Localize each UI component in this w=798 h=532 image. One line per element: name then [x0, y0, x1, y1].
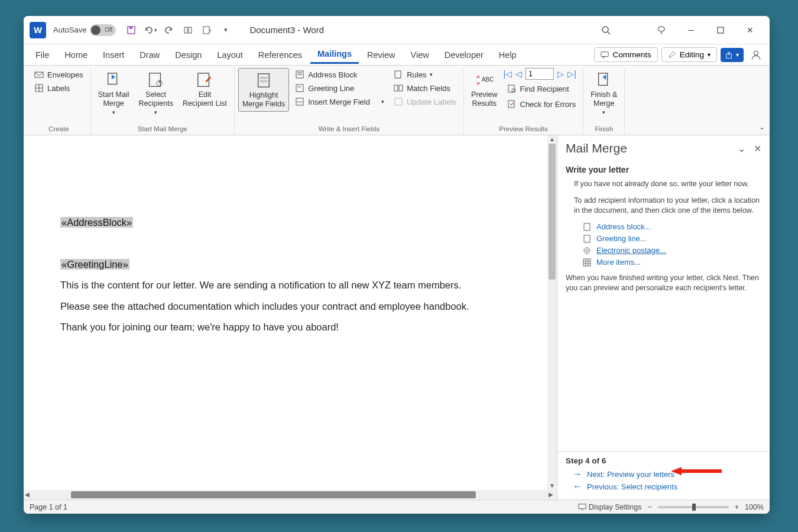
- tab-view[interactable]: View: [404, 47, 436, 63]
- save-icon[interactable]: [122, 21, 141, 40]
- electronic-postage-link[interactable]: Electronic postage...: [582, 246, 761, 255]
- app-window: W AutoSave Off ▾ ▾ Document3 - Word ─ ✕ …: [24, 16, 770, 514]
- wizard-next-link[interactable]: → Next: Preview your letters: [573, 469, 761, 479]
- zoom-slider[interactable]: [658, 506, 729, 508]
- match-fields-button[interactable]: Match Fields: [390, 82, 460, 95]
- address-block-button[interactable]: Address Block: [291, 68, 388, 81]
- tab-file[interactable]: File: [28, 47, 56, 63]
- envelopes-button[interactable]: Envelopes: [31, 68, 87, 81]
- svg-rect-7: [718, 27, 724, 33]
- autosave-control[interactable]: AutoSave Off: [53, 24, 116, 36]
- tab-draw[interactable]: Draw: [132, 47, 167, 63]
- toggle-knob: [91, 25, 100, 35]
- body-para-2[interactable]: Please see the attached documentation wh…: [60, 296, 501, 317]
- svg-rect-26: [296, 85, 303, 92]
- svg-rect-3: [189, 27, 192, 33]
- ribbon-group-preview-results: « »ABCPreview Results |◁ ◁ ▷ ▷| Find Rec…: [464, 68, 583, 135]
- step-indicator: Step 4 of 6: [566, 456, 761, 465]
- search-icon[interactable]: [592, 21, 619, 40]
- tab-mailings[interactable]: Mailings: [310, 46, 359, 64]
- comments-button[interactable]: Comments: [594, 47, 657, 62]
- start-mail-merge-button[interactable]: Start Mail Merge ▾: [95, 68, 133, 118]
- task-pane-header: Mail Merge ⌄ ✕: [557, 135, 770, 161]
- svg-rect-2: [184, 27, 187, 33]
- highlight-merge-fields-button[interactable]: Highlight Merge Fields: [238, 68, 289, 112]
- scroll-right-icon[interactable]: ▶: [549, 491, 556, 498]
- tab-references[interactable]: References: [251, 47, 309, 63]
- hscroll-thumb[interactable]: [71, 491, 476, 498]
- start-mail-merge-icon: [104, 70, 123, 89]
- page-indicator[interactable]: Page 1 of 1: [30, 503, 67, 511]
- group-label-preview: Preview Results: [499, 124, 547, 135]
- finish-merge-button[interactable]: Finish & Merge ▾: [587, 68, 621, 118]
- account-icon[interactable]: [747, 46, 765, 64]
- minimize-button[interactable]: ─: [677, 21, 705, 40]
- greeting-line-button[interactable]: Greeting Line: [291, 82, 388, 95]
- tab-layout[interactable]: Layout: [210, 47, 250, 63]
- wizard-prev-link[interactable]: ← Previous: Select recipients: [573, 481, 761, 492]
- collapse-ribbon-icon[interactable]: ⌄: [759, 123, 765, 131]
- check-errors-button[interactable]: Check for Errors: [504, 98, 580, 111]
- labels-button[interactable]: Labels: [31, 82, 87, 95]
- next-record-icon[interactable]: ▷: [557, 69, 564, 79]
- ribbon-group-write-insert: Highlight Merge Fields Address Block Gre…: [235, 68, 464, 135]
- share-button[interactable]: ▾: [721, 48, 744, 62]
- zoom-in-button[interactable]: +: [735, 503, 739, 511]
- record-number-input[interactable]: [525, 68, 554, 80]
- task-pane-dropdown-icon[interactable]: ⌄: [738, 143, 745, 154]
- tab-developer[interactable]: Developer: [437, 47, 491, 63]
- editing-mode-button[interactable]: Editing ▾: [661, 47, 717, 62]
- merge-field-greetingline[interactable]: «GreetingLine»: [60, 259, 129, 270]
- tab-help[interactable]: Help: [492, 47, 524, 63]
- select-recipients-button[interactable]: Select Recipients ▾: [135, 68, 177, 118]
- redo-icon[interactable]: [160, 21, 179, 40]
- zoom-out-button[interactable]: −: [647, 503, 651, 511]
- body-para-1[interactable]: This is the content for our letter. We a…: [60, 275, 501, 296]
- vertical-scrollbar[interactable]: ▲ ▼: [547, 135, 557, 490]
- svg-rect-21: [260, 77, 268, 79]
- qat-btn-1[interactable]: [179, 21, 197, 40]
- edit-recipient-list-button[interactable]: Edit Recipient List: [179, 68, 231, 111]
- last-record-icon[interactable]: ▷|: [567, 69, 576, 79]
- lightbulb-icon[interactable]: [648, 21, 675, 40]
- grid-icon: [582, 258, 592, 267]
- scroll-left-icon[interactable]: ◀: [25, 491, 32, 498]
- scroll-up-icon[interactable]: ▲: [549, 136, 556, 143]
- vscroll-thumb[interactable]: [549, 144, 556, 280]
- prev-record-icon[interactable]: ◁: [515, 69, 522, 79]
- maximize-button[interactable]: [707, 21, 734, 40]
- svg-rect-36: [508, 100, 514, 108]
- group-label-create: Create: [48, 124, 69, 135]
- insert-merge-field-button[interactable]: «»Insert Merge Field ▾: [291, 95, 388, 108]
- first-record-icon[interactable]: |◁: [504, 69, 512, 79]
- body-para-3[interactable]: Thank you for joining our team; we're ha…: [60, 317, 501, 338]
- preview-results-icon: « »ABC: [475, 70, 494, 89]
- zoom-level[interactable]: 100%: [745, 503, 764, 511]
- tab-home[interactable]: Home: [57, 47, 95, 63]
- tab-insert[interactable]: Insert: [96, 47, 131, 63]
- finish-merge-icon: [595, 70, 614, 89]
- ribbon-group-start-mail-merge: Start Mail Merge ▾ Select Recipients ▾ E…: [91, 68, 235, 135]
- horizontal-scrollbar[interactable]: ◀ ▶: [24, 490, 557, 499]
- display-settings-button[interactable]: Display Settings: [578, 503, 642, 511]
- more-items-link[interactable]: More items...: [582, 258, 761, 267]
- task-pane-close-icon[interactable]: ✕: [754, 143, 761, 154]
- undo-icon[interactable]: ▾: [141, 21, 160, 40]
- document-page[interactable]: «AddressBlock» «GreetingLine» This is th…: [24, 135, 538, 362]
- tab-design[interactable]: Design: [168, 47, 209, 63]
- autosave-toggle[interactable]: Off: [90, 24, 116, 36]
- find-recipient-button[interactable]: Find Recipient: [504, 82, 580, 95]
- tab-review[interactable]: Review: [360, 47, 403, 63]
- document-scroll[interactable]: «AddressBlock» «GreetingLine» This is th…: [24, 135, 557, 490]
- mail-merge-task-pane: Mail Merge ⌄ ✕ Write your letter If you …: [557, 135, 770, 499]
- close-button[interactable]: ✕: [737, 21, 764, 40]
- qat-btn-2[interactable]: [197, 21, 216, 40]
- merge-field-addressblock[interactable]: «AddressBlock»: [60, 217, 133, 228]
- customize-qat-icon[interactable]: ▾: [216, 21, 235, 40]
- scroll-down-icon[interactable]: ▼: [549, 482, 556, 489]
- preview-results-button[interactable]: « »ABCPreview Results: [468, 68, 501, 111]
- rules-button[interactable]: Rules ▾: [390, 68, 460, 81]
- address-block-link[interactable]: Address block...: [582, 222, 761, 232]
- greeting-line-link[interactable]: Greeting line...: [582, 234, 761, 244]
- zoom-thumb[interactable]: [692, 504, 696, 511]
